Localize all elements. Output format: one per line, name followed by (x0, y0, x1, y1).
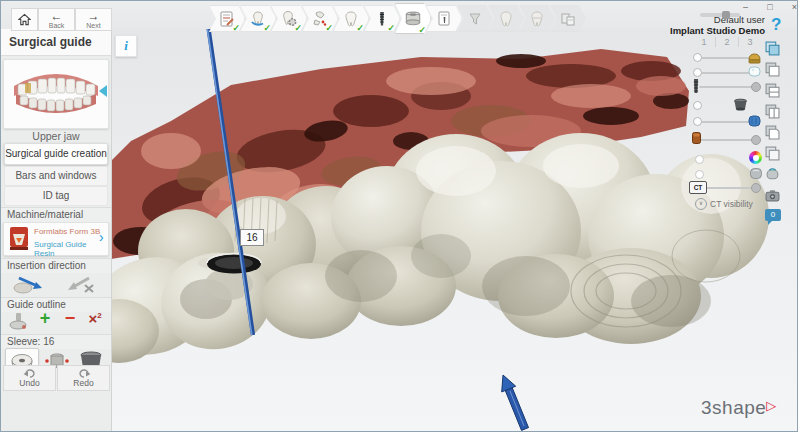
step-check: ✓ (356, 23, 364, 33)
collapse-panel-arrow[interactable] (99, 85, 107, 97)
ct-visibility-dropdown[interactable]: ∨ CT visibility (695, 198, 753, 210)
home-icon (18, 13, 31, 26)
outline-add-button[interactable]: + (34, 308, 56, 330)
machine-chevron-icon[interactable]: › (99, 229, 104, 245)
quick-opacity-slider[interactable] (700, 13, 740, 17)
tooth-cap-icon (765, 167, 780, 181)
back-label: Back (49, 22, 65, 29)
funnel-icon (466, 10, 484, 28)
layout-preset-3-button[interactable] (765, 83, 785, 104)
menu-item-surgical-guide-creation[interactable]: Surgical guide creation (4, 143, 108, 165)
comment-bubble-tail (768, 221, 772, 225)
maximize-button[interactable]: □ (767, 2, 772, 12)
abutment-icon (691, 131, 702, 145)
menu-item-bars-and-windows[interactable]: Bars and windows (4, 166, 108, 186)
step-report[interactable] (426, 5, 462, 32)
view-presets: 1 2 3 (693, 37, 761, 47)
step-funnel[interactable] (457, 5, 493, 32)
redo-label: Redo (73, 378, 93, 388)
layout-preset-4-button[interactable] (765, 104, 785, 125)
view-tools-column: 0 (765, 41, 785, 230)
visibility-panel: 1 2 3 (689, 35, 765, 215)
reset-insertion-direction-button[interactable] (61, 273, 99, 295)
tooth-number-label: 16 (240, 229, 264, 246)
layout-duplicate-icon (765, 62, 780, 77)
layout-preset-1-button[interactable] (765, 41, 785, 62)
step-check: ✓ (387, 23, 395, 33)
comments-button[interactable]: 0 (765, 209, 785, 230)
guide-color-radio[interactable] (695, 155, 704, 164)
outline-brush-icon (7, 310, 29, 332)
step-implant-planning[interactable]: ✓ (364, 5, 400, 32)
layout-preset-2-button[interactable] (765, 62, 785, 83)
reset-arrow-x-icon (61, 273, 99, 295)
abutment-opacity-slider[interactable] (691, 131, 702, 149)
step-bridge-design[interactable] (519, 5, 555, 32)
help-button[interactable]: ? (771, 15, 781, 35)
jaw-label: Upper jaw (1, 130, 111, 142)
step-export-layout[interactable] (550, 5, 586, 32)
info-button[interactable]: i (115, 35, 137, 57)
crown-design-icon (497, 10, 515, 28)
outline-brush-button[interactable] (7, 310, 29, 332)
brand-logo-mark: ▷ (766, 398, 777, 413)
denture-thumbnail-image (4, 60, 108, 128)
layout-preset-6-button[interactable] (765, 146, 785, 167)
color-wheel-icon[interactable] (749, 151, 762, 164)
undo-button[interactable]: Undo (3, 365, 56, 391)
insertion-direction-arrow[interactable] (502, 375, 529, 430)
ct-slider-track-end (751, 183, 761, 193)
next-button[interactable]: → Next (75, 8, 112, 31)
set-insertion-direction-button[interactable] (11, 273, 49, 295)
ct-opacity-slider[interactable]: CT (689, 181, 707, 194)
home-button[interactable] (11, 8, 38, 31)
step-crown-setup[interactable]: ✓ (333, 5, 369, 32)
export-layout-icon (559, 10, 577, 28)
preset-1-button[interactable]: 1 (693, 37, 716, 47)
close-button[interactable]: × (792, 2, 797, 12)
sleeve-opacity-slider[interactable] (733, 97, 748, 115)
machine-card[interactable]: Formlabs Form 3B Surgical Guide Resin › (3, 222, 109, 256)
jaw-thumbnail[interactable] (3, 59, 109, 129)
scan-color-radio[interactable] (695, 170, 704, 179)
layout-preset-5-button[interactable] (765, 125, 785, 146)
panel-title: Surgical guide (1, 29, 111, 56)
next-arrow-icon: → (88, 10, 100, 22)
sleeve-small-icon (733, 98, 748, 111)
step-order-form[interactable]: ✓ (209, 5, 245, 32)
redo-button[interactable]: Redo (57, 365, 110, 391)
abutment-slider-track-end (751, 135, 761, 145)
insertion-section-header: Insertion direction (1, 258, 111, 273)
layout-split-icon (765, 83, 780, 98)
outline-remove-button[interactable]: − (59, 308, 81, 330)
gray-tooth-toggle[interactable] (749, 166, 763, 184)
preset-3-button[interactable]: 3 (739, 37, 761, 47)
step-annotation[interactable]: ✓ (302, 5, 338, 32)
back-button[interactable]: ← Back (38, 8, 75, 31)
workflow-toolbar: ✓ ✓ ✓ ✓ ✓ ✓ ✓ (209, 5, 581, 32)
undo-icon (23, 369, 37, 378)
step-sleeve-design[interactable]: ✓ (395, 3, 431, 34)
camera-icon (765, 189, 780, 202)
restoration-opacity-slider[interactable] (747, 114, 762, 132)
step-scan-align[interactable]: ✓ (240, 5, 276, 32)
restoration-slider-track-end (693, 117, 702, 126)
outline-clear-button[interactable]: ×2 (83, 310, 107, 332)
sleeve-section-header: Sleeve: 16 (1, 334, 111, 349)
back-arrow-icon: ← (51, 10, 63, 22)
layout-page-icon (765, 125, 780, 140)
step-crown-design[interactable] (488, 5, 524, 32)
quick-opacity-knob[interactable] (722, 11, 730, 19)
screenshot-button[interactable] (765, 188, 785, 209)
model-analysis-button[interactable] (765, 167, 785, 188)
minimize-button[interactable]: – (743, 2, 748, 12)
implant-slider-track-end (751, 82, 761, 92)
anatomy-opacity-slider[interactable] (747, 64, 762, 82)
preset-2-button[interactable]: 2 (716, 37, 739, 47)
blue-tooth-icon (747, 114, 762, 128)
menu-item-id-tag[interactable]: ID tag (4, 186, 108, 206)
step-segmentation[interactable]: ✓ (271, 5, 307, 32)
ct-visibility-label: CT visibility (710, 199, 753, 209)
implant-opacity-slider[interactable] (691, 78, 701, 98)
machine-name: Formlabs Form 3B (34, 227, 100, 236)
